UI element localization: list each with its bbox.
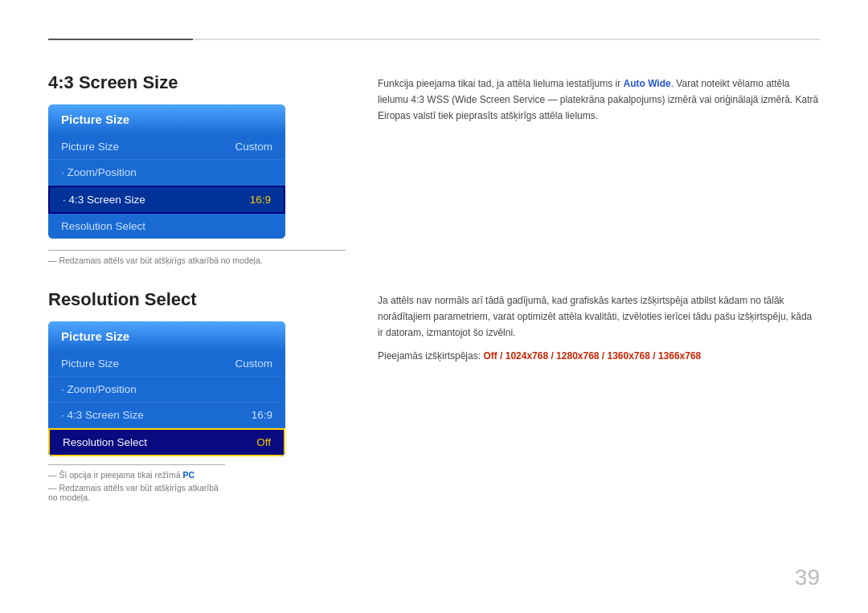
- top-divider: [48, 39, 820, 40]
- section1-note: Redzamais attēls var būt atšķirīgs atkar…: [48, 255, 346, 265]
- menu2-label-resolution: Resolution Select: [63, 436, 147, 448]
- section2-note-area: — Šī opcija ir pieejama tikai režīmā PC …: [48, 464, 225, 502]
- section2-title: Resolution Select: [48, 289, 346, 310]
- section1-right: Funkcija pieejama tikai tad, ja attēla l…: [378, 72, 820, 265]
- menu1-item-screen-size[interactable]: · 4:3 Screen Size 16:9: [48, 186, 285, 214]
- resolutions-values: Off / 1024x768 / 1280x768 / 1360x768 / 1…: [483, 350, 701, 362]
- menu2-value-picture-size: Custom: [235, 358, 272, 370]
- section1-left: 4:3 Screen Size Picture Size Picture Siz…: [48, 72, 346, 265]
- menu1-label-picture-size: Picture Size: [61, 141, 119, 153]
- menu1-item-zoom[interactable]: · Zoom/Position: [48, 160, 285, 186]
- menu1-label-zoom: · Zoom/Position: [61, 166, 137, 178]
- menu1-value-picture-size: Custom: [235, 141, 272, 153]
- menu2-item-resolution[interactable]: Resolution Select Off: [48, 428, 285, 456]
- menu1-item-picture-size[interactable]: Picture Size Custom: [48, 134, 285, 160]
- section1-description: Funkcija pieejama tikai tad, ja attēla l…: [378, 76, 820, 124]
- menu2-value-screen-size: 16:9: [252, 409, 272, 421]
- section-resolution: Resolution Select Picture Size Picture S…: [48, 289, 820, 502]
- menu1-label-resolution: Resolution Select: [61, 220, 145, 232]
- menu2-item-picture-size[interactable]: Picture Size Custom: [48, 351, 285, 377]
- note-pc-label: PC: [182, 470, 194, 480]
- section-screen-size: 4:3 Screen Size Picture Size Picture Siz…: [48, 72, 820, 265]
- content-area: 4:3 Screen Size Picture Size Picture Siz…: [48, 56, 820, 502]
- menu1-value-screen-size: 16:9: [250, 194, 271, 206]
- menu2-label-screen-size: · 4:3 Screen Size: [61, 409, 144, 421]
- menu-box-2: Picture Size Picture Size Custom · Zoom/…: [48, 321, 285, 456]
- page-container: 4:3 Screen Size Picture Size Picture Siz…: [0, 0, 868, 613]
- menu2-item-zoom[interactable]: · Zoom/Position: [48, 377, 285, 403]
- section2-description: Ja attēls nav normāls arī tādā gadījumā,…: [378, 293, 820, 341]
- section1-note-area: Redzamais attēls var būt atšķirīgs atkar…: [48, 250, 346, 265]
- menu2-header: Picture Size: [48, 321, 285, 351]
- menu2-label-picture-size: Picture Size: [61, 358, 119, 370]
- menu1-item-resolution[interactable]: Resolution Select: [48, 214, 285, 239]
- menu1-header: Picture Size: [48, 104, 285, 134]
- section2-note2: Redzamais attēls var būt atšķirīgs atkar…: [48, 483, 225, 502]
- page-number: 39: [795, 565, 820, 591]
- resolutions-line: Pieejamās izšķirtspējas: Off / 1024x768 …: [378, 350, 820, 362]
- menu2-item-screen-size[interactable]: · 4:3 Screen Size 16:9: [48, 403, 285, 428]
- menu2-label-zoom: · Zoom/Position: [61, 383, 137, 395]
- menu1-label-screen-size: · 4:3 Screen Size: [63, 194, 145, 206]
- section2-left: Resolution Select Picture Size Picture S…: [48, 289, 346, 502]
- section2-right: Ja attēls nav normāls arī tādā gadījumā,…: [378, 289, 820, 502]
- menu2-value-resolution: Off: [256, 436, 271, 448]
- section2-note1: — Šī opcija ir pieejama tikai režīmā PC: [48, 470, 225, 480]
- resolutions-label: Pieejamās izšķirtspējas:: [378, 350, 483, 362]
- menu-box-1: Picture Size Picture Size Custom · Zoom/…: [48, 104, 285, 239]
- section1-highlight: Auto Wide: [623, 78, 670, 89]
- menu2-body: Picture Size Custom · Zoom/Position · 4:…: [48, 351, 285, 456]
- menu1-body: Picture Size Custom · Zoom/Position · 4:…: [48, 134, 285, 239]
- section1-title: 4:3 Screen Size: [48, 72, 346, 93]
